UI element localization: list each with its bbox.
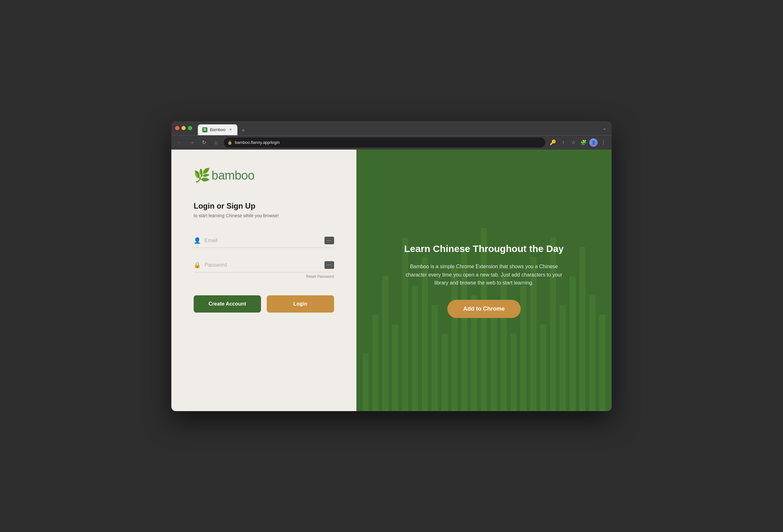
password-input-group: 🔒 ··· Reset Password (194, 258, 334, 279)
lock-icon: 🔒 (227, 140, 232, 145)
share-button[interactable]: ↑ (559, 138, 568, 147)
tab-bar: B Bamboo ✕ + (198, 121, 248, 135)
bg-bar (569, 276, 575, 411)
reload-button[interactable]: ↻ (199, 138, 208, 147)
bg-bar (432, 305, 438, 411)
add-to-chrome-button[interactable]: Add to Chrome (447, 300, 521, 318)
logo-text: bamboo (212, 169, 254, 182)
login-panel: 🌿 bamboo Login or Sign Up to start learn… (171, 149, 356, 411)
back-button[interactable]: ← (175, 138, 184, 147)
logo-leaf-icon: 🌿 (194, 169, 210, 182)
forward-button[interactable]: → (187, 138, 196, 147)
bookmark-button[interactable]: ☆ (569, 138, 578, 147)
minimize-button[interactable] (182, 126, 186, 130)
bg-bar (372, 314, 378, 411)
promo-title: Learn Chinese Throughout the Day (401, 242, 567, 255)
url-text: bamboo.flanny.app/login (235, 140, 280, 145)
email-input[interactable] (205, 238, 321, 243)
menu-button[interactable]: ⋮ (599, 138, 608, 147)
login-subtitle: to start learning Chinese while you brow… (194, 213, 334, 218)
bg-bar (442, 334, 448, 411)
browser-window: B Bamboo ✕ + ⌄ ← → ↻ ⌂ 🔒 bamboo.flanny.a… (171, 121, 612, 411)
promo-description: Bamboo is a simple Chrome Extension that… (401, 263, 567, 287)
user-icon: 👤 (194, 237, 201, 244)
tab-favicon: B (202, 127, 208, 132)
bg-bar (599, 314, 605, 411)
active-tab[interactable]: B Bamboo ✕ (198, 124, 238, 135)
reset-password-link[interactable]: Reset Password (194, 274, 334, 279)
logo-area: 🌿 bamboo (194, 169, 334, 182)
bg-bar (363, 353, 369, 411)
password-input[interactable] (205, 262, 321, 268)
password-action-button[interactable]: ··· (324, 261, 334, 269)
browser-titlebar: B Bamboo ✕ + ⌄ (171, 121, 612, 135)
browser-toolbar: ← → ↻ ⌂ 🔒 bamboo.flanny.app/login 🔑 ↑ ☆ … (171, 135, 612, 149)
key-button[interactable]: 🔑 (549, 138, 557, 147)
bg-bar (580, 247, 586, 411)
bg-bar (382, 276, 388, 411)
password-input-wrapper: 🔒 ··· (194, 258, 334, 272)
login-title: Login or Sign Up (194, 202, 334, 210)
bg-bar (540, 324, 546, 411)
promo-content: Learn Chinese Throughout the Day Bamboo … (401, 242, 567, 318)
bg-bar (560, 305, 566, 411)
home-button[interactable]: ⌂ (212, 138, 220, 147)
new-tab-button[interactable]: + (239, 126, 248, 135)
tab-title: Bamboo (210, 127, 225, 132)
tab-close-button[interactable]: ✕ (228, 127, 233, 132)
close-button[interactable] (175, 126, 179, 130)
bg-bar (589, 295, 595, 411)
address-bar[interactable]: 🔒 bamboo.flanny.app/login (224, 137, 545, 148)
toolbar-actions: 🔑 ↑ ☆ 🧩 👤 ⋮ (549, 138, 608, 147)
page-content: 🌿 bamboo Login or Sign Up to start learn… (171, 149, 612, 411)
email-action-button[interactable]: ··· (324, 237, 334, 244)
bg-bar (392, 324, 398, 411)
bg-bar (510, 334, 516, 411)
profile-avatar[interactable]: 👤 (589, 138, 598, 147)
auth-button-row: Create Account Login (194, 295, 334, 312)
email-input-group: 👤 ··· (194, 233, 334, 248)
email-input-wrapper: 👤 ··· (194, 233, 334, 248)
bg-bar (491, 314, 497, 411)
traffic-lights (175, 126, 192, 130)
tab-dropdown-button[interactable]: ⌄ (602, 125, 606, 131)
login-button[interactable]: Login (267, 295, 334, 312)
extensions-button[interactable]: 🧩 (579, 138, 588, 147)
maximize-button[interactable] (188, 126, 192, 130)
promo-panel: Learn Chinese Throughout the Day Bamboo … (356, 149, 612, 411)
lock-icon: 🔒 (194, 262, 201, 269)
create-account-button[interactable]: Create Account (194, 295, 261, 312)
